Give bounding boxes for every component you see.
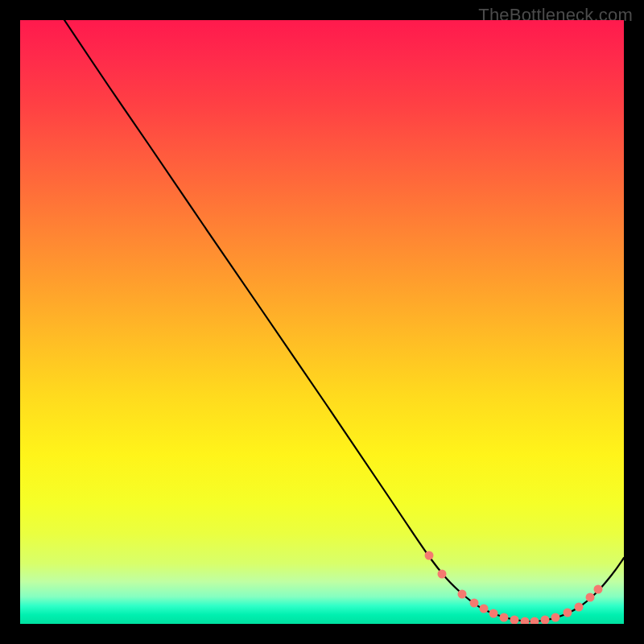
data-point — [438, 570, 447, 579]
data-point — [541, 616, 550, 625]
data-point — [489, 609, 498, 618]
chart-svg — [20, 20, 624, 624]
data-point — [480, 605, 489, 613]
curve-line — [64, 20, 624, 621]
data-point — [500, 613, 509, 622]
chart-container: TheBottleneck.com — [0, 0, 644, 644]
data-point — [530, 617, 539, 625]
data-point — [564, 609, 572, 617]
data-point — [470, 599, 479, 608]
data-point — [521, 617, 530, 625]
data-point — [551, 613, 560, 622]
data-point — [594, 585, 603, 594]
data-point — [586, 593, 595, 602]
data-point — [510, 616, 519, 625]
curve-dots — [425, 551, 603, 625]
data-point — [458, 590, 467, 599]
plot-area — [20, 20, 624, 624]
data-point — [425, 551, 434, 560]
data-point — [575, 603, 584, 612]
